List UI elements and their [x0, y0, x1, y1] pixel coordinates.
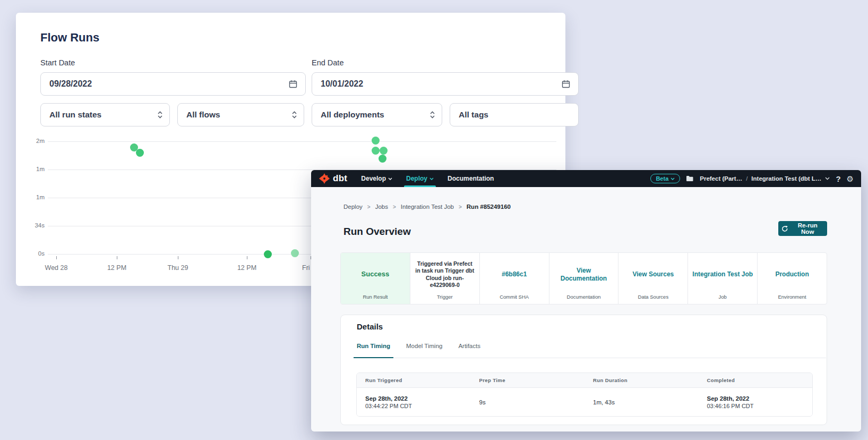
- flow-run-point[interactable]: [380, 147, 388, 155]
- y-axis-tick-label: 2m: [16, 138, 45, 144]
- tags-select[interactable]: All tags: [450, 103, 579, 126]
- status-card-value[interactable]: Production: [775, 256, 809, 293]
- start-date-label: Start Date: [40, 58, 75, 67]
- account-switcher[interactable]: Prefect (Part… / Integration Test (dbt L…: [700, 175, 830, 182]
- x-axis-tick: [117, 256, 117, 259]
- rerun-now-button[interactable]: Re-run Now: [778, 221, 827, 236]
- end-date-label: End Date: [312, 58, 343, 67]
- help-icon[interactable]: ?: [836, 174, 840, 183]
- chevron-down-icon: [825, 177, 830, 180]
- flows-select-value: All flows: [186, 110, 220, 120]
- flow-run-point[interactable]: [372, 137, 380, 145]
- status-card-label: Documentation: [567, 294, 601, 300]
- details-card: Details Run TimingModel TimingArtifacts …: [340, 315, 827, 425]
- breadcrumb-item[interactable]: Integration Test Job: [401, 204, 454, 210]
- table-cell: Sep 28th, 202203:44:22 PM CDT: [357, 388, 471, 416]
- calendar-icon[interactable]: [288, 79, 298, 89]
- breadcrumb-separator: >: [367, 204, 371, 210]
- status-card-commit-sha[interactable]: #6b86c1Commit SHA: [479, 253, 549, 304]
- dbt-logo[interactable]: dbt: [319, 173, 347, 184]
- filter-select-row: All run statesAll flowsAll deploymentsAl…: [40, 103, 579, 126]
- breadcrumb-item: Run #85249160: [467, 204, 511, 210]
- dbt-nav-items: DevelopDeployDocumentation: [361, 170, 494, 187]
- dbt-logo-text: dbt: [333, 173, 347, 184]
- cell-date: Sep 28th, 2022: [365, 395, 462, 402]
- updown-chevron-icon: [291, 111, 297, 119]
- dbt-nav-right: Beta Prefect (Part… / Integration Test (…: [650, 174, 854, 183]
- deployments-select[interactable]: All deployments: [312, 103, 442, 126]
- status-card-label: Commit SHA: [500, 294, 529, 300]
- run-status-summary-band: SuccessRun ResultTriggered via Prefect i…: [340, 252, 827, 304]
- flow-run-point[interactable]: [264, 250, 272, 258]
- status-card-value[interactable]: View Sources: [632, 256, 674, 293]
- y-axis-tick-label: 1m: [16, 166, 45, 172]
- account-project-separator: /: [746, 175, 747, 182]
- breadcrumb-item[interactable]: Deploy: [343, 204, 363, 210]
- x-axis-tick: [247, 256, 247, 259]
- breadcrumb-separator: >: [459, 204, 462, 210]
- status-card-value: Success: [362, 256, 390, 293]
- table-cell: 9s: [471, 388, 585, 416]
- table-row: Sep 28th, 202203:44:22 PM CDT9s1m, 43sSe…: [357, 388, 812, 416]
- tab-model-timing[interactable]: Model Timing: [406, 343, 442, 358]
- table-header-run-duration: Run Duration: [585, 373, 699, 388]
- beta-badge[interactable]: Beta: [650, 174, 680, 183]
- status-card-documentation[interactable]: View DocumentationDocumentation: [549, 253, 618, 304]
- chevron-down-icon: [429, 177, 434, 180]
- x-axis-tick-label: 12 PM: [223, 264, 271, 272]
- updown-chevron-icon: [157, 111, 163, 119]
- beta-badge-label: Beta: [656, 175, 668, 182]
- tab-artifacts[interactable]: Artifacts: [458, 343, 480, 358]
- status-card-run-result: SuccessRun Result: [341, 253, 410, 304]
- tab-run-timing[interactable]: Run Timing: [357, 343, 390, 358]
- status-card-label: Job: [719, 294, 727, 300]
- status-card-trigger: Triggered via Prefect in task run Trigge…: [410, 253, 479, 304]
- updown-chevron-icon: [157, 111, 163, 119]
- status-card-data-sources[interactable]: View SourcesData Sources: [618, 253, 687, 304]
- status-card-value[interactable]: Integration Test Job: [692, 256, 753, 293]
- status-card-job[interactable]: Integration Test JobJob: [687, 253, 757, 304]
- start-date-input[interactable]: 09/28/2022: [40, 72, 306, 96]
- updown-chevron-icon: [429, 111, 435, 119]
- chevron-down-icon: [671, 177, 675, 180]
- page-title: Flow Runs: [40, 31, 99, 45]
- run-states-select[interactable]: All run states: [40, 103, 170, 126]
- details-tabs: Run TimingModel TimingArtifacts: [357, 343, 826, 358]
- nav-item-label: Deploy: [406, 175, 427, 182]
- cell-date: Sep 28th, 2022: [707, 395, 804, 402]
- calendar-icon[interactable]: [561, 79, 571, 89]
- breadcrumb-item[interactable]: Jobs: [375, 204, 388, 210]
- deployments-select-value: All deployments: [321, 110, 384, 120]
- status-card-value[interactable]: View Documentation: [554, 256, 614, 293]
- end-date-input[interactable]: 10/01/2022: [312, 72, 579, 96]
- flow-run-point[interactable]: [379, 155, 386, 163]
- y-axis-tick-label: 1m: [16, 194, 45, 200]
- end-date-value: 10/01/2022: [321, 79, 363, 89]
- dbt-supernova-icon: [319, 173, 330, 184]
- cell-time: 03:46:16 PM CDT: [707, 403, 804, 409]
- status-card-value[interactable]: #6b86c1: [502, 256, 527, 293]
- x-axis-tick-label: Wed 28: [32, 264, 80, 272]
- chart-gridline: [48, 141, 556, 142]
- nav-item-develop[interactable]: Develop: [361, 170, 392, 187]
- dbt-cloud-window: dbt DevelopDeployDocumentation Beta Pref…: [311, 170, 861, 431]
- y-axis-tick-label: 34s: [16, 222, 45, 229]
- flow-run-point[interactable]: [136, 149, 144, 157]
- updown-chevron-icon: [291, 111, 297, 119]
- flow-run-point[interactable]: [372, 147, 380, 155]
- status-card-environment[interactable]: ProductionEnvironment: [757, 253, 827, 304]
- status-card-label: Run Result: [363, 294, 388, 300]
- breadcrumb: Deploy>Jobs>Integration Test Job>Run #85…: [343, 204, 511, 210]
- table-cell: Sep 28th, 202203:46:16 PM CDT: [699, 388, 813, 416]
- dbt-top-navbar: dbt DevelopDeployDocumentation Beta Pref…: [311, 170, 861, 187]
- table-cell: 1m, 43s: [585, 388, 699, 416]
- nav-item-documentation[interactable]: Documentation: [448, 170, 494, 187]
- nav-item-label: Documentation: [448, 175, 494, 182]
- gear-icon[interactable]: ⚙: [847, 175, 854, 183]
- nav-item-deploy[interactable]: Deploy: [406, 170, 434, 187]
- flows-select[interactable]: All flows: [177, 103, 304, 126]
- tags-select-value: All tags: [459, 110, 488, 120]
- flow-run-point[interactable]: [291, 249, 299, 257]
- x-axis-tick-label: Thu 29: [154, 264, 202, 272]
- status-card-label: Data Sources: [638, 294, 669, 300]
